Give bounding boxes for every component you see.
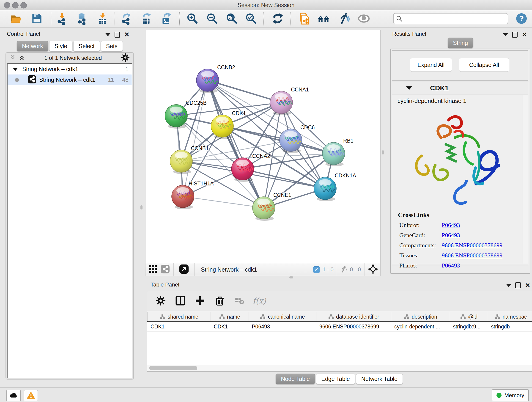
table-tab-node-table[interactable]: Node Table	[276, 374, 315, 384]
network-node-CCNA1[interactable]	[270, 91, 293, 115]
table-tab-edge-table[interactable]: Edge Table	[316, 374, 355, 384]
column-header-canonical-name[interactable]: canonical name	[249, 312, 316, 321]
network-node-RB1[interactable]	[322, 142, 345, 166]
control-tab-sets[interactable]: Sets	[101, 41, 123, 51]
panel-float-icon[interactable]	[114, 32, 120, 38]
control-tab-select[interactable]: Select	[73, 41, 100, 51]
save-session-button[interactable]	[30, 13, 43, 26]
crosslink-link[interactable]: 9606.ENSP00000378699	[442, 252, 502, 259]
string-view-icon[interactable]	[161, 264, 170, 274]
cloud-button[interactable]	[6, 390, 21, 401]
network-row[interactable]: String Network – cdk1 11 48	[7, 75, 132, 85]
grid-mode-icon[interactable]	[149, 265, 157, 274]
table-cell[interactable]: P06493	[249, 322, 316, 332]
network-edge-CCNB2-CCNA1[interactable]	[208, 80, 281, 102]
results-tab-string[interactable]: String	[448, 38, 473, 48]
import-table-button[interactable]	[96, 13, 109, 26]
help-button[interactable]: ?	[515, 13, 528, 26]
zoom-selected-button[interactable]	[245, 13, 258, 26]
panel-menu-icon[interactable]	[105, 33, 110, 36]
delete-column-icon[interactable]	[213, 294, 226, 307]
panel-close-icon[interactable]: ✕	[124, 32, 129, 37]
column-header--id[interactable]: @id	[450, 312, 488, 321]
network-options-gear-icon[interactable]	[121, 53, 130, 63]
birds-eye-view-icon[interactable]	[179, 264, 189, 275]
collapse-all-button[interactable]: Collapse All	[459, 58, 509, 72]
warnings-button[interactable]	[24, 390, 38, 401]
zoom-out-button[interactable]	[206, 13, 219, 26]
show-eye-button[interactable]	[357, 13, 370, 26]
table-cell[interactable]: CDK1	[210, 322, 249, 332]
export-network-button[interactable]	[120, 13, 133, 26]
table-options-gear-icon[interactable]	[154, 294, 167, 307]
column-header-name[interactable]: name	[210, 312, 249, 321]
network-edge-CCNE1-HIST1H1A[interactable]	[183, 196, 264, 208]
node-label-CCNA2: CCNA2	[252, 153, 270, 159]
panel-menu-icon[interactable]	[503, 33, 508, 36]
control-tab-style[interactable]: Style	[49, 41, 73, 51]
show-columns-icon[interactable]	[174, 294, 187, 307]
right-splitter-handle[interactable]	[382, 150, 384, 154]
gene-header-row[interactable]: CDK1	[392, 82, 528, 95]
column-header-shared-name[interactable]: shared name	[147, 312, 210, 321]
table-row[interactable]: CDK1CDK1P064939606.ENSP00000378699cyclin…	[147, 322, 532, 332]
refresh-button[interactable]	[271, 13, 284, 26]
network-collection-row[interactable]: String Network – cdk1 1	[7, 64, 132, 75]
table-cell[interactable]: 9606.ENSP00000378699	[316, 322, 391, 332]
node-label-CDC25B: CDC25B	[186, 100, 207, 106]
open-session-button[interactable]	[10, 13, 22, 26]
memory-button[interactable]: Memory	[492, 389, 529, 401]
column-header-database-identifier[interactable]: database identifier	[316, 312, 391, 321]
expand-all-button[interactable]: Expand All	[410, 58, 452, 72]
collapse-all-networks-icon[interactable]	[9, 54, 16, 62]
panel-float-icon[interactable]	[515, 282, 521, 288]
network-node-CCNB1[interactable]	[170, 150, 192, 174]
crosslink-link[interactable]: P06493	[442, 232, 460, 239]
table-cell[interactable]: stringdb:9...	[450, 322, 488, 332]
control-tab-network[interactable]: Network	[17, 41, 48, 51]
import-network-button[interactable]	[56, 13, 68, 26]
table-tab-network-table[interactable]: Network Table	[356, 374, 403, 384]
share-document-button[interactable]	[298, 13, 311, 26]
table-horizontal-scrollbar[interactable]	[147, 365, 532, 371]
network-node-CDK1[interactable]	[211, 115, 234, 139]
crosslink-link[interactable]: 9606.ENSP00000378699	[442, 242, 502, 249]
column-header-description[interactable]: description	[391, 312, 450, 321]
network-canvas[interactable]: CCNB2CCNA1CDC25BCDK1CDC6RB1CCNB1CCNA2CDK…	[145, 30, 380, 263]
search-input[interactable]	[403, 14, 508, 23]
panel-menu-icon[interactable]	[506, 284, 511, 287]
hide-panels-button[interactable]	[338, 13, 351, 26]
table-cell[interactable]: cyclin-dependent ...	[391, 322, 450, 332]
export-image-button[interactable]	[160, 13, 173, 26]
import-network-from-database-button[interactable]	[76, 13, 89, 26]
network-node-CCNA2[interactable]	[231, 158, 254, 182]
scrollbar-thumb[interactable]	[149, 366, 197, 370]
panel-close-icon[interactable]: ✕	[525, 283, 530, 288]
expand-all-networks-icon[interactable]	[18, 54, 25, 62]
results-scrollbar[interactable]	[523, 95, 528, 264]
network-node-HIST1H1A[interactable]	[172, 185, 194, 209]
column-header-namespac[interactable]: namespac	[488, 312, 532, 321]
network-node-CCNE1[interactable]	[253, 197, 275, 221]
panel-float-icon[interactable]	[512, 32, 518, 38]
network-node-CDKN1A[interactable]	[314, 177, 336, 201]
left-splitter-handle[interactable]	[140, 205, 143, 210]
table-cell[interactable]: stringdb	[488, 322, 532, 332]
table-cell[interactable]: CDK1	[147, 322, 210, 332]
export-table-button[interactable]	[140, 13, 152, 26]
selected-checkbox[interactable]: ✓	[313, 266, 320, 273]
add-column-icon[interactable]	[194, 294, 206, 307]
network-node-CDC25B[interactable]	[165, 104, 187, 128]
crosslink-link[interactable]: P06493	[442, 222, 460, 229]
collection-expander-icon[interactable]	[13, 68, 18, 71]
zoom-in-button[interactable]	[186, 13, 199, 26]
houses-button[interactable]	[317, 13, 330, 26]
network-edge-CDK1-RB1[interactable]	[222, 126, 334, 153]
table-header-row: shared namenamecanonical namedatabase id…	[147, 312, 532, 322]
panel-close-icon[interactable]: ✕	[522, 32, 527, 37]
crosslink-link[interactable]: P06493	[442, 262, 460, 269]
fit-selected-crosshair-icon[interactable]	[368, 264, 378, 275]
zoom-fit-button[interactable]	[225, 13, 238, 26]
gene-expander-icon[interactable]	[406, 86, 412, 90]
network-edge-CCNB2-CCNE1[interactable]	[208, 80, 264, 208]
